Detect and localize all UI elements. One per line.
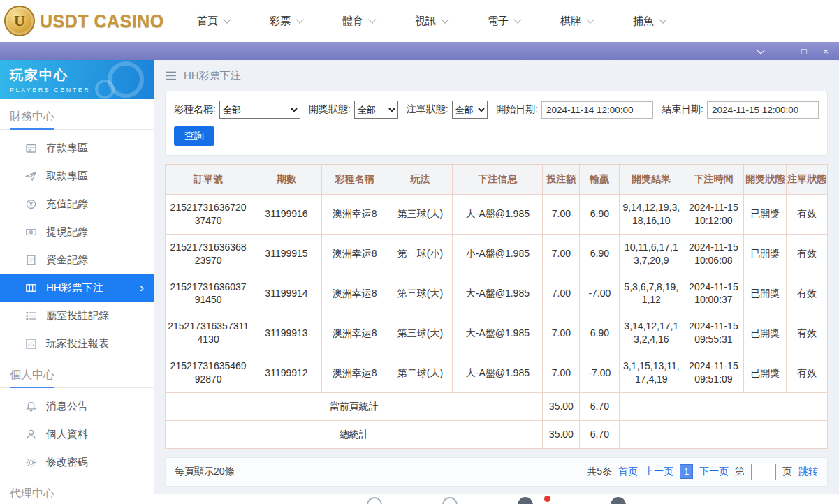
cell-bet-info: 大-A盤@1.985 [453, 313, 543, 353]
contact-icon[interactable] [442, 497, 458, 504]
sidebar-item-label: HH彩票下注 [46, 281, 103, 295]
main-nav: 首頁 彩票 體育 視訊 電子 棋牌 捕魚 [197, 15, 666, 28]
close-button[interactable]: × [821, 47, 831, 56]
footer-icons [154, 494, 839, 504]
bets-table-panel: 訂單號 期數 彩種名稱 玩法 下注信息 投注額 輸贏 開獎結果 下注時間 開獎狀… [165, 164, 828, 449]
contact-icon[interactable] [367, 497, 382, 504]
cell-order-id: 2152173163573114130 [166, 313, 251, 353]
col-bet-amount: 投注額 [543, 165, 580, 195]
contact-icon[interactable] [518, 497, 533, 504]
collapse-button[interactable] [756, 47, 766, 56]
total-count: 共5条 [587, 466, 612, 478]
table-row: 2152173163573114130 31199913 澳洲幸运8 第三球(大… [166, 313, 828, 353]
order-status-select[interactable]: 全部 [452, 101, 488, 119]
filter-row: 彩種名稱: 全部 開獎狀態: 全部 注單狀態: 全部 開始日期: 結束日期: [174, 101, 819, 119]
draw-status-select[interactable]: 全部 [354, 101, 398, 119]
filter-panel: 彩種名稱: 全部 開獎狀態: 全部 注單狀態: 全部 開始日期: 結束日期: 查… [165, 91, 828, 156]
cell-bet-amount: 7.00 [543, 313, 580, 353]
section-label: 個人中心 [10, 369, 54, 380]
nav-item-fishing[interactable]: 捕魚 [633, 15, 666, 28]
nav-item-home[interactable]: 首頁 [197, 15, 230, 28]
decorative-circle [95, 80, 115, 99]
cell-play-type: 第三球(大) [388, 274, 453, 313]
menu-icon[interactable] [165, 71, 177, 80]
col-bet-info: 下注信息 [453, 165, 543, 195]
logo: U USDT CASINO [4, 6, 165, 36]
minimize-button[interactable]: – [778, 47, 787, 56]
cell-draw-status: 已開獎 [744, 313, 787, 353]
cell-period: 31199915 [251, 234, 321, 274]
top-navigation: U USDT CASINO 首頁 彩票 體育 視訊 電子 棋牌 捕魚 [0, 0, 839, 42]
jump-button[interactable]: 跳转 [798, 466, 818, 478]
cell-order-id: 2152173163636823970 [166, 234, 251, 274]
col-order-id: 訂單號 [166, 165, 251, 195]
contact-icon[interactable] [611, 497, 626, 504]
cell-bet-time: 2024-11-15 09:51:09 [683, 353, 744, 393]
cell-play-type: 第三球(大) [388, 313, 453, 353]
start-date-label: 開始日期: [496, 103, 538, 116]
prev-page-link[interactable]: 上一页 [644, 466, 673, 478]
end-date-input[interactable] [707, 101, 819, 119]
cell-draw-result: 9,14,12,19,3,18,16,10 [620, 195, 683, 235]
cell-bet-info: 大-A盤@1.985 [453, 195, 543, 235]
cell-bet-time: 2024-11-15 10:06:08 [683, 234, 744, 274]
cell-draw-status: 已開獎 [744, 234, 787, 274]
cell-period: 31199916 [251, 195, 321, 235]
sidebar-item-change-password[interactable]: 修改密碼 [0, 448, 154, 476]
cell-lottery-name: 澳洲幸运8 [321, 274, 388, 313]
page-summary-win: 6.70 [580, 392, 620, 420]
cell-lottery-name: 澳洲幸运8 [321, 195, 388, 235]
sidebar-item-recharge-record[interactable]: 充值記錄 [0, 190, 154, 218]
next-page-link[interactable]: 下一页 [699, 466, 729, 478]
section-label: 代理中心 [10, 487, 54, 499]
cell-lottery-name: 澳洲幸运8 [321, 313, 388, 353]
nav-label: 首頁 [197, 15, 218, 28]
document-icon [25, 254, 37, 266]
nav-item-live-video[interactable]: 視訊 [415, 15, 448, 28]
cell-play-type: 第二球(大) [388, 353, 453, 393]
sidebar-item-announcements[interactable]: 消息公告 [0, 392, 154, 420]
chevron-down-icon [296, 15, 303, 23]
cell-order-status: 有效 [787, 195, 828, 235]
current-page[interactable]: 1 [680, 464, 693, 479]
end-date-label: 結束日期: [662, 103, 703, 116]
nav-item-lottery[interactable]: 彩票 [270, 15, 302, 28]
col-order-status: 注單狀態 [787, 165, 828, 195]
sidebar-item-room-bet-record[interactable]: 廳室投註記錄 [0, 302, 154, 329]
first-page-link[interactable]: 首页 [618, 466, 638, 478]
sidebar-item-withdraw-record[interactable]: 提現記錄 [0, 218, 154, 246]
search-button[interactable]: 查詢 [174, 126, 214, 146]
sidebar-item-player-bet-report[interactable]: 玩家投注報表 [0, 329, 154, 357]
total-summary-win: 6.70 [580, 420, 620, 448]
sidebar-item-profile[interactable]: 個人資料 [0, 420, 154, 448]
sidebar-item-fund-record[interactable]: 資金記錄 [0, 246, 154, 274]
nav-label: 視訊 [415, 15, 436, 28]
nav-item-slots[interactable]: 電子 [488, 15, 520, 28]
nav-item-board-games[interactable]: 棋牌 [560, 15, 593, 28]
table-row: 2152173163672037470 31199916 澳洲幸运8 第三球(大… [166, 195, 828, 235]
sidebar-item-withdraw[interactable]: 取款專區 [0, 162, 154, 190]
total-summary-amount: 35.00 [543, 420, 580, 448]
lottery-select[interactable]: 全部 [219, 101, 300, 119]
chevron-down-icon [659, 15, 666, 23]
bar-chart-icon [25, 338, 37, 350]
cell-order-id: 2152173163672037470 [166, 195, 251, 235]
sidebar-item-deposit[interactable]: 存款專區 [0, 134, 154, 162]
sidebar-item-hh-lottery-bets[interactable]: HH彩票下注 › [0, 274, 154, 302]
maximize-button[interactable]: □ [799, 47, 809, 56]
cell-win-loss: 6.90 [580, 313, 620, 353]
person-icon [25, 429, 37, 440]
jump-page-input[interactable] [751, 464, 776, 480]
table-row: 2152173163546992870 31199912 澳洲幸运8 第二球(大… [166, 353, 828, 393]
cell-win-loss: 6.90 [580, 234, 620, 274]
col-play-type: 玩法 [388, 165, 453, 195]
start-date-input[interactable] [541, 101, 653, 119]
nav-item-sports[interactable]: 體育 [342, 15, 375, 28]
cell-period: 31199912 [251, 353, 321, 393]
pagination-bar: 每頁顯示20條 共5条 首页 上一页 1 下一页 第 页 跳转 [165, 457, 828, 487]
chevron-right-icon: › [140, 281, 144, 294]
sidebar-item-label: 個人資料 [46, 428, 88, 441]
window-titlebar: – □ × [0, 42, 839, 60]
send-money-icon [25, 170, 37, 182]
section-label: 財務中心 [10, 110, 54, 122]
